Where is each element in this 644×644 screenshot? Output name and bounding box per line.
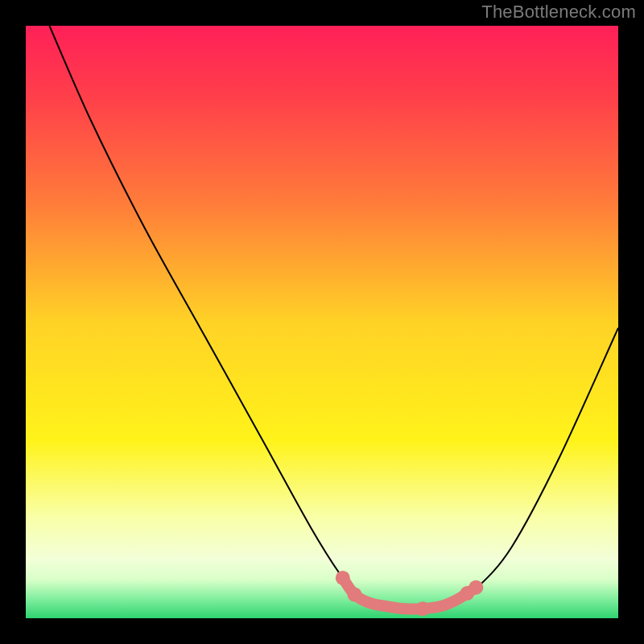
gradient-background: [26, 26, 618, 618]
chart-plot-area: [26, 26, 618, 618]
optimal-zone-dot: [336, 571, 350, 585]
bottleneck-chart: [26, 26, 618, 618]
optimal-zone-dot: [469, 580, 483, 595]
watermark-label: TheBottleneck.com: [481, 2, 636, 23]
optimal-zone-dot: [347, 588, 361, 602]
optimal-zone-dot: [415, 601, 430, 616]
